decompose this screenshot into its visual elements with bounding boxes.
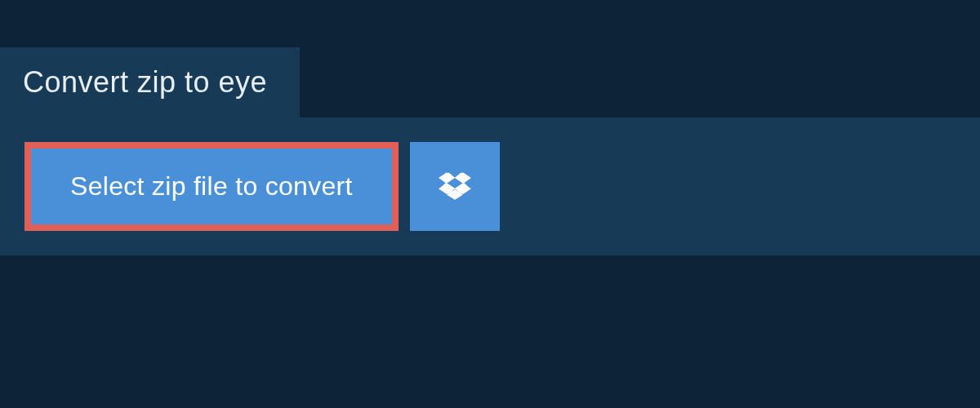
select-file-highlight: Select zip file to convert [24,142,399,231]
select-file-label: Select zip file to convert [70,171,353,201]
converter-panel: Select zip file to convert [0,118,980,255]
dropbox-icon [438,170,472,204]
select-file-button[interactable]: Select zip file to convert [31,149,392,224]
action-row: Select zip file to convert [24,142,956,231]
tab-title: Convert zip to eye [23,65,267,99]
converter-tab[interactable]: Convert zip to eye [0,47,300,118]
dropbox-button[interactable] [410,142,500,231]
